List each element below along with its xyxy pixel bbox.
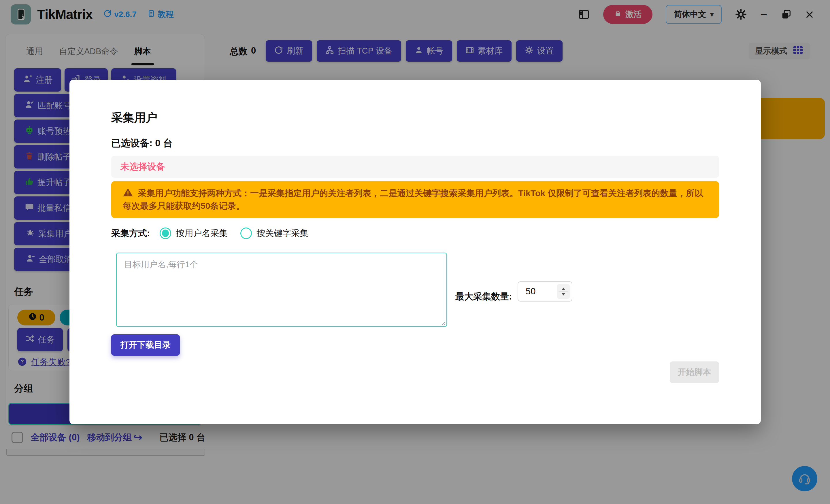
no-device-box: 未选择设备 (111, 156, 719, 178)
number-stepper[interactable] (557, 284, 570, 299)
stepper-up-icon[interactable] (562, 288, 566, 290)
collect-method-label: 采集方式: (111, 227, 150, 239)
no-device-text: 未选择设备 (121, 161, 165, 173)
max-count-input[interactable] (526, 286, 557, 297)
radio-by-username-label[interactable]: 按用户名采集 (176, 228, 228, 239)
open-download-dir-button[interactable]: 打开下载目录 (111, 334, 180, 356)
max-count-input-wrap (518, 281, 572, 302)
collect-method-row: 采集方式: 按用户名采集 按关键字采集 (111, 227, 321, 239)
max-count-label: 最大采集数量: (455, 291, 512, 303)
radio-by-username[interactable] (160, 228, 171, 239)
start-script-button[interactable]: 开始脚本 (670, 362, 719, 383)
radio-by-keyword-label[interactable]: 按关键字采集 (256, 228, 308, 239)
warning-text: 采集用户功能支持两种方式：一是采集指定用户的关注者列表，二是通过关键字搜索采集用… (123, 188, 703, 210)
warning-icon (123, 187, 133, 198)
collect-users-modal: 采集用户 已选设备: 0 台 未选择设备 采集用户功能支持两种方式：一是采集指定… (69, 80, 761, 424)
warning-box: 采集用户功能支持两种方式：一是采集指定用户的关注者列表，二是通过关键字搜索采集用… (111, 181, 719, 218)
radio-by-keyword[interactable] (241, 228, 252, 239)
stepper-down-icon[interactable] (562, 293, 566, 296)
selected-devices-label: 已选设备: 0 台 (111, 137, 172, 150)
target-usernames-input[interactable] (116, 253, 447, 327)
modal-title: 采集用户 (111, 110, 157, 126)
